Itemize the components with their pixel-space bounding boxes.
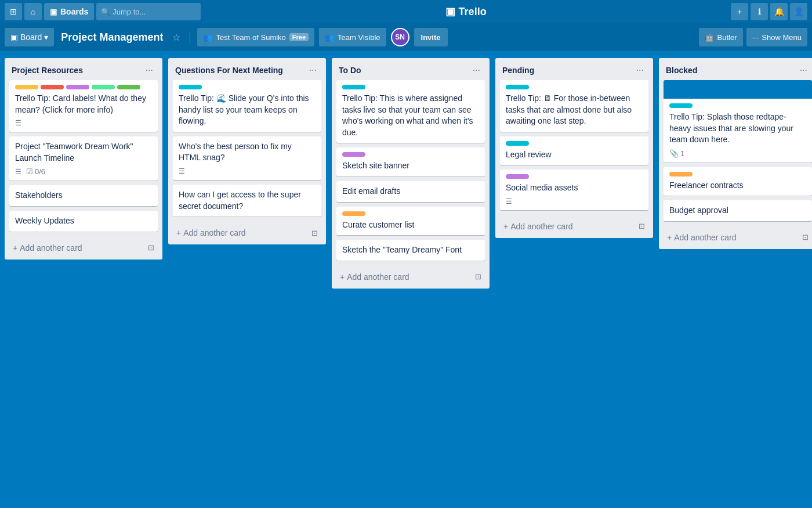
card-tip-card-2[interactable]: Trello Tip: 🌊 Slide your Q's into this h… — [173, 80, 321, 132]
card-labels-social-media — [506, 174, 643, 179]
card-secret-doc-card[interactable]: How can I get access to the super secret… — [173, 185, 321, 217]
card-blocked-blue-header[interactable]: Trello Tip: Splash those redtape-heavy i… — [664, 80, 812, 163]
card-stakeholders-card[interactable]: Stakeholders — [9, 185, 158, 206]
team-button[interactable]: 👥 Test Team of Sumiko Free — [197, 28, 314, 46]
card-label-purple — [342, 152, 365, 157]
list-title-blocked: Blocked — [666, 66, 798, 75]
create-button[interactable]: + — [731, 3, 748, 20]
star-button[interactable]: ☆ — [170, 30, 183, 45]
add-card-label: Add another card — [510, 222, 572, 231]
card-labels-tip-card-4 — [506, 85, 643, 89]
add-card-button-blocked[interactable]: + Add another card⊡ — [661, 228, 812, 247]
card-label-teal — [342, 85, 365, 89]
card-edit-email[interactable]: Edit email drafts — [336, 181, 485, 202]
top-nav: ⊞ ⌂ ▣ Boards 🔍 ▣ Trello + ℹ 🔔 👤 — [0, 0, 812, 23]
card-teamwork-card[interactable]: Project "Teamwork Dream Work" Launch Tim… — [9, 136, 158, 181]
card-label-teal — [506, 141, 529, 146]
apps-button[interactable]: ⊞ — [5, 3, 22, 20]
list-menu-button-project-resources[interactable]: ··· — [143, 64, 155, 77]
template-icon[interactable]: ⊡ — [639, 222, 645, 230]
list-header-project-resources: Project Resources··· — [5, 58, 162, 80]
menu-dots-icon: ··· — [752, 33, 759, 42]
list-title-to-do: To Do — [339, 66, 470, 75]
card-social-media[interactable]: Social media assets☰ — [500, 170, 648, 210]
template-icon[interactable]: ⊡ — [802, 233, 809, 242]
butler-label: Butler — [717, 33, 737, 42]
show-menu-label: Show Menu — [762, 33, 802, 42]
add-card-plus-icon: + — [667, 233, 672, 242]
list-menu-button-questions-next-meeting[interactable]: ··· — [307, 64, 319, 77]
card-meta-html-card: ☰ — [179, 167, 316, 175]
add-card-plus-icon: + — [340, 272, 345, 282]
visibility-button[interactable]: 👥 Team Visible — [319, 28, 386, 46]
card-labels-blocked-blue-header — [669, 103, 806, 108]
board-title[interactable]: Project Management — [59, 31, 165, 44]
add-card-button-to-do[interactable]: + Add another card⊡ — [334, 268, 487, 286]
list-cards-blocked: Trello Tip: Splash those redtape-heavy i… — [659, 80, 812, 226]
list-questions-next-meeting: Questions For Next Meeting···Trello Tip:… — [168, 58, 326, 244]
template-icon[interactable]: ⊡ — [311, 229, 318, 237]
avatar[interactable]: SN — [391, 28, 409, 46]
paperclip-icon: 📎 — [669, 149, 679, 158]
list-to-do: To Do···Trello Tip: This is where assign… — [332, 58, 490, 289]
card-weekly-updates-card[interactable]: Weekly Updates — [9, 211, 158, 232]
add-card-button-pending[interactable]: + Add another card⊡ — [498, 217, 651, 236]
card-curate-customer[interactable]: Curate customer list — [336, 207, 485, 236]
card-tip-card-1[interactable]: Trello Tip: Card labels! What do they me… — [9, 80, 158, 132]
free-badge: Free — [289, 33, 309, 41]
add-card-button-questions-next-meeting[interactable]: + Add another card⊡ — [171, 224, 324, 242]
card-blue-header — [664, 80, 812, 99]
card-html-card[interactable]: Who's the best person to fix my HTML sna… — [173, 136, 321, 180]
card-label-green — [117, 85, 140, 89]
show-menu-button[interactable]: ··· Show Menu — [746, 28, 808, 46]
card-label-purple — [506, 174, 529, 179]
card-text-budget-approval: Budget approval — [669, 205, 806, 217]
card-text-edit-email: Edit email drafts — [342, 186, 479, 197]
list-menu-button-pending[interactable]: ··· — [634, 64, 646, 77]
add-card-label: Add another card — [347, 272, 409, 282]
add-card-left: + Add another card — [340, 272, 409, 282]
card-text-social-media: Social media assets — [506, 182, 643, 194]
list-menu-button-blocked[interactable]: ··· — [798, 64, 810, 77]
list-header-to-do: To Do··· — [332, 58, 490, 80]
profile-button[interactable]: 👤 — [790, 3, 807, 20]
notifications-button[interactable]: 🔔 — [770, 3, 788, 20]
add-card-label: Add another card — [674, 233, 736, 242]
list-menu-button-to-do[interactable]: ··· — [470, 64, 483, 77]
card-labels-curate-customer — [342, 211, 479, 216]
card-tip-card-3[interactable]: Trello Tip: This is where assigned tasks… — [336, 80, 485, 143]
home-button[interactable]: ⌂ — [24, 3, 42, 20]
list-cards-pending: Trello Tip: 🖥 For those in-between tasks… — [495, 80, 653, 215]
card-text-secret-doc-card: How can I get access to the super secret… — [179, 189, 316, 212]
card-text-tip-card-2: Trello Tip: 🌊 Slide your Q's into this h… — [179, 93, 316, 127]
board-view-button[interactable]: ▣ Board ▾ — [5, 28, 54, 46]
card-sketch-banner[interactable]: Sketch site banner — [336, 147, 485, 176]
trello-logo[interactable]: ▣ Trello — [445, 5, 487, 18]
card-tip-card-4[interactable]: Trello Tip: 🖥 For those in-between tasks… — [500, 80, 648, 132]
add-card-button-project-resources[interactable]: + Add another card⊡ — [7, 239, 160, 257]
card-sketch-font[interactable]: Sketch the "Teamy Dreamy" Font — [336, 240, 485, 261]
description-icon: ☰ — [179, 167, 185, 175]
card-text-tip-card-1: Trello Tip: Card labels! What do they me… — [15, 93, 152, 116]
boards-button[interactable]: ▣ Boards — [44, 3, 94, 20]
card-label-red — [41, 85, 64, 89]
card-legal-review[interactable]: Legal review — [500, 136, 648, 165]
card-labels-legal-review — [506, 141, 643, 146]
boards-grid-icon: ▣ — [50, 8, 57, 16]
invite-button[interactable]: Invite — [414, 28, 448, 46]
card-text-tip-card-4: Trello Tip: 🖥 For those in-between tasks… — [506, 93, 643, 127]
card-text-curate-customer: Curate customer list — [342, 219, 479, 231]
card-freelancer-contracts[interactable]: Freelancer contracts — [664, 167, 812, 196]
card-budget-approval[interactable]: Budget approval — [664, 200, 812, 221]
card-labels-tip-card-3 — [342, 85, 479, 89]
search-input[interactable] — [96, 3, 201, 20]
description-icon: ☰ — [506, 197, 512, 206]
add-card-left: + Add another card — [667, 233, 737, 242]
info-button[interactable]: ℹ — [751, 3, 768, 20]
butler-button[interactable]: 🤖 Butler — [699, 28, 743, 46]
template-icon[interactable]: ⊡ — [148, 243, 154, 252]
team-icon: 👥 — [203, 33, 212, 42]
butler-icon: 🤖 — [705, 33, 714, 42]
template-icon[interactable]: ⊡ — [475, 272, 481, 281]
card-label-teal — [179, 85, 202, 89]
